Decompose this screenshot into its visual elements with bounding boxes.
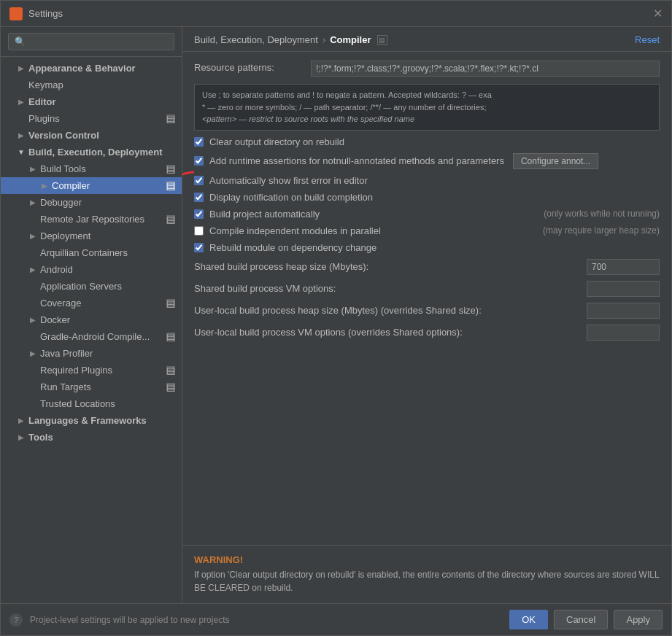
sidebar-item-label: Gradle-Android Compile... xyxy=(40,331,150,342)
sidebar-nav: ▶ Appearance & Behavior Keymap ▶ Editor … xyxy=(1,57,182,603)
runtime-assertions-checkbox[interactable] xyxy=(194,156,204,166)
sidebar-item-android[interactable]: ▶ Android xyxy=(1,261,182,278)
sidebar-item-build-exec[interactable]: ▼ Build, Execution, Deployment xyxy=(1,144,182,160)
main-panel: Build, Execution, Deployment › Compiler … xyxy=(182,27,671,603)
field-shared-heap: Shared build process heap size (Mbytes): xyxy=(194,259,660,275)
compile-parallel-checkbox[interactable] xyxy=(194,226,204,236)
user-heap-label: User-local build process heap size (Mbyt… xyxy=(194,305,587,316)
ext-icon: ▤ xyxy=(166,164,176,174)
sidebar-item-label: Arquillian Containers xyxy=(40,247,128,258)
apply-button[interactable]: Apply xyxy=(614,610,663,629)
sidebar-item-java-profiler[interactable]: ▶ Java Profiler xyxy=(1,345,182,362)
sidebar-item-deployment[interactable]: ▶ Deployment xyxy=(1,228,182,244)
breadcrumb-separator: › xyxy=(323,34,325,45)
sidebar-item-run-targets[interactable]: Run Targets ▤ xyxy=(1,379,182,395)
sidebar-item-keymap[interactable]: Keymap xyxy=(1,77,182,93)
arrow-icon: ▶ xyxy=(17,416,26,425)
sidebar-item-languages[interactable]: ▶ Languages & Frameworks xyxy=(1,412,182,429)
show-first-error-label: Automatically show first error in editor xyxy=(209,175,368,186)
sidebar-item-label: Run Targets xyxy=(40,381,91,392)
sidebar-item-editor[interactable]: ▶ Editor xyxy=(1,93,182,110)
close-button[interactable]: ✕ xyxy=(653,8,663,20)
checkbox-rebuild-dependency: Rebuild module on dependency change xyxy=(194,242,660,253)
rebuild-dependency-checkbox[interactable] xyxy=(194,243,204,252)
ext-icon: ▤ xyxy=(166,382,176,392)
arrow-icon: ▶ xyxy=(28,265,37,274)
info-icon[interactable]: ? xyxy=(9,613,23,627)
breadcrumb: Build, Execution, Deployment › Compiler … xyxy=(194,34,635,45)
sidebar-item-trusted-locations[interactable]: Trusted Locations xyxy=(1,395,182,412)
shared-vm-label: Shared build process VM options: xyxy=(194,283,587,294)
checkbox-show-first-error: Automatically show first error in editor xyxy=(194,175,660,186)
ok-button[interactable]: OK xyxy=(509,610,548,629)
app-icon xyxy=(9,7,23,20)
sidebar-item-debugger[interactable]: ▶ Debugger xyxy=(1,194,182,211)
runtime-assertions-label: Add runtime assertions for notnull-annot… xyxy=(209,155,504,166)
arrow-icon xyxy=(28,383,37,392)
arrow-icon xyxy=(28,366,37,375)
user-vm-label: User-local build process VM options (ove… xyxy=(194,327,587,338)
sidebar-item-label: Android xyxy=(40,264,73,275)
arrow-icon: ▶ xyxy=(17,433,26,442)
arrow-icon xyxy=(17,81,26,90)
resource-patterns-row: Resource patterns: xyxy=(194,61,660,77)
sidebar-item-label: Coverage xyxy=(40,298,81,309)
arrow-icon: ▶ xyxy=(17,64,26,73)
notification-build-checkbox[interactable] xyxy=(194,193,204,202)
cancel-button[interactable]: Cancel xyxy=(554,610,608,629)
window-title: Settings xyxy=(28,8,63,19)
arrow-icon xyxy=(28,249,37,257)
arrow-icon xyxy=(28,215,37,224)
notification-build-label: Display notification on build completion xyxy=(209,192,373,203)
settings-icon: ▤ xyxy=(377,35,387,45)
sidebar-item-gradle-android[interactable]: Gradle-Android Compile... ▤ xyxy=(1,328,182,345)
field-user-heap: User-local build process heap size (Mbyt… xyxy=(194,303,660,319)
sidebar: ▶ Appearance & Behavior Keymap ▶ Editor … xyxy=(1,27,182,603)
settings-window: Settings ✕ ▶ Appearance & Behavior Keyma… xyxy=(0,0,672,636)
ext-icon: ▤ xyxy=(166,114,176,124)
sidebar-item-compiler[interactable]: ▶ Compiler ▤ xyxy=(1,177,182,194)
search-input[interactable] xyxy=(8,33,174,50)
sidebar-item-remote-jar[interactable]: Remote Jar Repositories ▤ xyxy=(1,211,182,228)
arrow-icon xyxy=(28,333,37,341)
shared-vm-input[interactable] xyxy=(587,281,660,297)
build-auto-note: (only works while not running) xyxy=(532,209,660,219)
arrow-icon: ▶ xyxy=(28,198,37,207)
resource-patterns-label: Resource patterns: xyxy=(194,61,311,73)
sidebar-item-docker[interactable]: ▶ Docker xyxy=(1,311,182,328)
sidebar-item-arquillian[interactable]: Arquillian Containers xyxy=(1,244,182,261)
ext-icon: ▤ xyxy=(166,365,176,376)
sidebar-item-appearance[interactable]: ▶ Appearance & Behavior xyxy=(1,60,182,77)
shared-heap-input[interactable] xyxy=(587,259,660,275)
sidebar-item-plugins[interactable]: Plugins ▤ xyxy=(1,110,182,127)
arrow-icon xyxy=(28,299,37,308)
clear-output-checkbox[interactable] xyxy=(194,137,204,147)
configure-annotations-button[interactable]: Configure annot... xyxy=(513,153,598,169)
titlebar: Settings ✕ xyxy=(1,1,671,27)
sidebar-item-label: Appearance & Behavior xyxy=(28,63,136,74)
clear-output-label: Clear output directory on rebuild xyxy=(209,136,344,147)
sidebar-item-coverage[interactable]: Coverage ▤ xyxy=(1,295,182,311)
ext-icon: ▤ xyxy=(166,332,176,342)
sidebar-item-label: Editor xyxy=(28,96,56,107)
sidebar-item-label: Version Control xyxy=(28,130,99,141)
arrow-icon: ▶ xyxy=(40,182,49,190)
build-auto-checkbox[interactable] xyxy=(194,209,204,219)
resource-patterns-input[interactable] xyxy=(311,61,660,77)
sidebar-item-build-tools[interactable]: ▶ Build Tools ▤ xyxy=(1,160,182,177)
reset-button[interactable]: Reset xyxy=(635,34,660,45)
show-first-error-checkbox[interactable] xyxy=(194,176,204,185)
compile-parallel-label: Compile independent modules in parallel xyxy=(209,225,381,236)
sidebar-item-version-control[interactable]: ▶ Version Control xyxy=(1,127,182,144)
user-heap-input[interactable] xyxy=(587,303,660,319)
sidebar-item-label: Keymap xyxy=(28,80,63,90)
build-auto-label: Build project automatically xyxy=(209,209,320,220)
user-vm-input[interactable] xyxy=(587,325,660,341)
arrow-icon xyxy=(28,400,37,408)
shared-heap-label: Shared build process heap size (Mbytes): xyxy=(194,261,587,272)
sidebar-item-required-plugins[interactable]: Required Plugins ▤ xyxy=(1,362,182,379)
tooltip-line-2: * — zero or more symbols; / — path separ… xyxy=(202,101,652,114)
sidebar-item-tools[interactable]: ▶ Tools xyxy=(1,429,182,446)
warning-box: WARNING! If option 'Clear output directo… xyxy=(182,545,671,603)
sidebar-item-app-servers[interactable]: Application Servers xyxy=(1,278,182,295)
